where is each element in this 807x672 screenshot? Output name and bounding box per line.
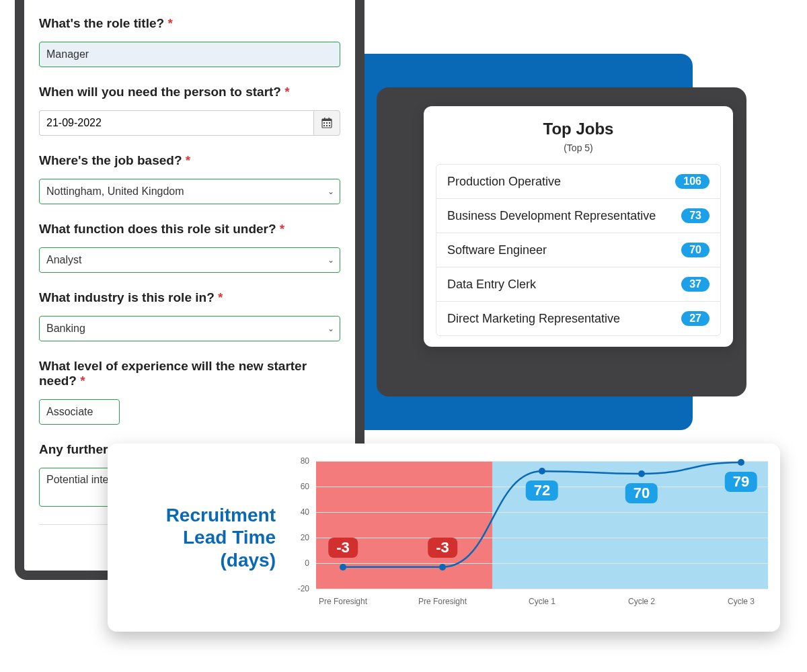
top-jobs-title: Top Jobs bbox=[436, 120, 721, 138]
chart-value-label: -3 bbox=[328, 538, 358, 558]
chevron-down-icon: ⌄ bbox=[328, 255, 334, 265]
chart-point bbox=[738, 459, 744, 466]
list-item: Data Entry Clerk 37 bbox=[436, 267, 720, 301]
chart-point bbox=[340, 564, 346, 571]
location-select[interactable]: Nottingham, United Kingdom ⌄ bbox=[39, 179, 340, 204]
lead-time-chart-card: RecruitmentLead Time(days) -20020406080-… bbox=[108, 444, 780, 632]
chart-value-label: 72 bbox=[526, 480, 558, 501]
chevron-down-icon: ⌄ bbox=[328, 187, 334, 196]
svg-rect-6 bbox=[329, 122, 330, 124]
chart-value-label: 70 bbox=[625, 483, 658, 503]
job-count-badge: 106 bbox=[675, 174, 709, 189]
chart-area: -20020406080-3Pre Foresight-3Pre Foresig… bbox=[282, 444, 780, 632]
chart-y-tick: 0 bbox=[288, 558, 309, 568]
chart-plot: -20020406080-3Pre Foresight-3Pre Foresig… bbox=[316, 461, 768, 589]
location-value: Nottingham, United Kingdom bbox=[46, 185, 184, 198]
chart-y-tick: 60 bbox=[288, 482, 309, 491]
chart-value-label: -3 bbox=[428, 538, 457, 558]
list-item: Production Operative 106 bbox=[436, 165, 720, 198]
list-item: Business Development Representative 73 bbox=[436, 198, 720, 233]
calendar-icon[interactable] bbox=[313, 110, 340, 136]
function-label: What function does this role sit under? … bbox=[39, 222, 340, 237]
job-name: Production Operative bbox=[447, 175, 561, 189]
job-count-badge: 73 bbox=[681, 208, 709, 223]
job-name: Business Development Representative bbox=[447, 209, 656, 223]
experience-label: What level of experience will the new st… bbox=[39, 359, 340, 388]
job-name: Software Engineer bbox=[447, 243, 547, 257]
chart-y-tick: 80 bbox=[288, 456, 309, 466]
chart-value-label: 79 bbox=[725, 472, 757, 492]
start-date-input[interactable]: 21-09-2022 bbox=[39, 110, 313, 136]
job-count-badge: 27 bbox=[681, 311, 709, 326]
job-name: Data Entry Clerk bbox=[447, 278, 536, 292]
industry-select[interactable]: Banking ⌄ bbox=[39, 316, 340, 341]
industry-label: What industry is this role in? * bbox=[39, 290, 340, 305]
svg-rect-8 bbox=[326, 125, 328, 126]
job-name: Direct Marketing Representative bbox=[447, 312, 620, 326]
chevron-down-icon: ⌄ bbox=[328, 324, 334, 333]
chart-y-tick: 40 bbox=[288, 507, 309, 517]
svg-rect-5 bbox=[326, 122, 328, 124]
chart-point bbox=[638, 470, 645, 477]
chart-x-tick: Pre Foresight bbox=[418, 597, 467, 606]
list-item: Direct Marketing Representative 27 bbox=[436, 301, 720, 335]
job-count-badge: 70 bbox=[681, 243, 709, 257]
chart-point bbox=[539, 468, 545, 474]
svg-rect-3 bbox=[329, 118, 330, 120]
function-select[interactable]: Analyst ⌄ bbox=[39, 247, 340, 273]
chart-x-tick: Cycle 3 bbox=[728, 597, 755, 606]
chart-gridline bbox=[316, 589, 768, 589]
experience-input[interactable]: Associate bbox=[39, 399, 120, 425]
industry-value: Banking bbox=[46, 323, 85, 335]
svg-rect-9 bbox=[329, 125, 330, 126]
svg-rect-7 bbox=[323, 125, 325, 126]
svg-rect-2 bbox=[324, 118, 325, 120]
chart-y-tick: -20 bbox=[288, 584, 309, 593]
chart-x-tick: Pre Foresight bbox=[319, 597, 367, 606]
chart-point bbox=[439, 564, 446, 571]
role-title-input[interactable]: Manager bbox=[39, 42, 340, 67]
role-title-label: What's the role title? * bbox=[39, 16, 340, 31]
top-jobs-list: Production Operative 106 Business Develo… bbox=[436, 164, 721, 336]
list-item: Software Engineer 70 bbox=[436, 233, 720, 267]
chart-x-tick: Cycle 2 bbox=[628, 597, 655, 606]
job-count-badge: 37 bbox=[681, 277, 709, 292]
chart-x-tick: Cycle 1 bbox=[529, 597, 555, 606]
top-jobs-card: Top Jobs (Top 5) Production Operative 10… bbox=[424, 106, 733, 347]
chart-y-tick: 20 bbox=[288, 533, 309, 542]
location-label: Where's the job based? * bbox=[39, 153, 340, 168]
svg-rect-4 bbox=[323, 122, 325, 124]
chart-title: RecruitmentLead Time(days) bbox=[166, 504, 276, 572]
function-value: Analyst bbox=[46, 254, 81, 266]
top-jobs-subtitle: (Top 5) bbox=[436, 142, 721, 153]
start-date-label: When will you need the person to start? … bbox=[39, 85, 340, 99]
svg-rect-1 bbox=[322, 119, 332, 121]
